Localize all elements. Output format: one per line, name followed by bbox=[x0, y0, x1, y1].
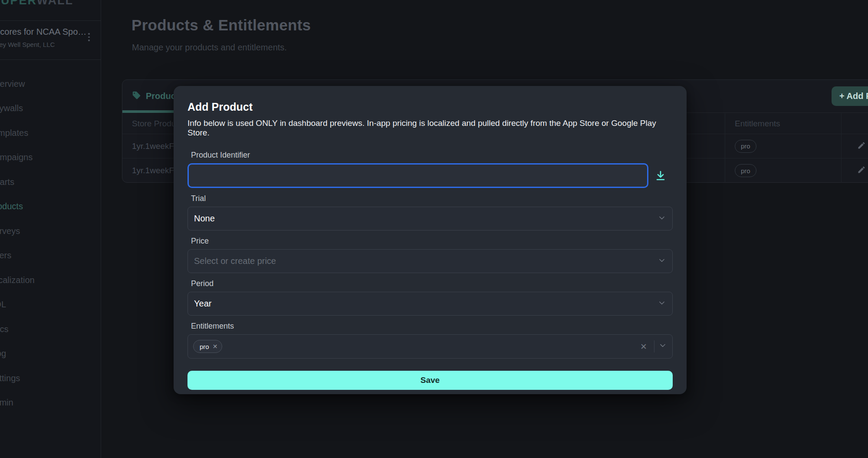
modal-title: Add Product bbox=[187, 101, 673, 113]
price-select-placeholder: Select or create price bbox=[194, 256, 276, 266]
entitlement-chip: pro ✕ bbox=[193, 340, 222, 353]
tag-icon bbox=[132, 91, 141, 102]
trial-select[interactable]: None bbox=[187, 207, 673, 231]
edit-product-icon[interactable] bbox=[857, 165, 866, 176]
workspace-name[interactable]: Scores for NCAA Spo… bbox=[0, 27, 86, 37]
period-select-value: Year bbox=[194, 299, 211, 309]
add-product-button[interactable]: + Add Product bbox=[832, 86, 868, 106]
sidebar-item-surveys[interactable]: Surveys bbox=[0, 219, 35, 244]
sidebar: SUPERWALL Scores for NCAA Spo… Money Wel… bbox=[0, 0, 101, 458]
column-header-actions bbox=[841, 113, 868, 134]
column-header-entitlements: Entitlements bbox=[725, 113, 841, 134]
period-label: Period bbox=[191, 279, 673, 288]
period-select[interactable]: Year bbox=[187, 292, 673, 316]
sidebar-item-localization[interactable]: Localization bbox=[0, 268, 35, 293]
sidebar-item-paywalls[interactable]: Paywalls bbox=[0, 96, 35, 121]
sidebar-nav: Overview Paywalls Templates Campaigns Ch… bbox=[0, 72, 35, 415]
product-identifier-input[interactable] bbox=[187, 163, 648, 188]
entitlement-badge: pro bbox=[735, 164, 756, 177]
remove-chip-icon[interactable]: ✕ bbox=[213, 343, 218, 350]
entitlements-label: Entitlements bbox=[191, 322, 673, 331]
page-subtitle: Manage your products and entitlements. bbox=[132, 43, 287, 53]
sidebar-item-blog[interactable]: Blog bbox=[0, 342, 35, 366]
trial-select-value: None bbox=[194, 214, 215, 224]
chevron-down-icon bbox=[658, 214, 666, 224]
chevron-down-icon bbox=[658, 256, 666, 267]
logo-rest-text: WALL bbox=[37, 0, 73, 7]
trial-label: Trial bbox=[191, 194, 673, 203]
price-group: Price Select or create price bbox=[187, 237, 673, 273]
chevron-down-icon[interactable] bbox=[658, 341, 667, 352]
sidebar-item-charts[interactable]: Charts bbox=[0, 170, 35, 194]
sidebar-divider bbox=[0, 59, 101, 60]
sidebar-item-campaigns[interactable]: Campaigns bbox=[0, 145, 35, 170]
sidebar-item-templates[interactable]: Templates bbox=[0, 121, 35, 145]
entitlement-badge: pro bbox=[735, 140, 756, 153]
entitlement-chip-label: pro bbox=[200, 343, 209, 350]
chevron-down-icon bbox=[658, 299, 666, 309]
divider bbox=[654, 340, 654, 353]
entitlements-group: Entitlements pro ✕ ✕ bbox=[187, 322, 673, 359]
trial-group: Trial None bbox=[187, 194, 673, 231]
add-product-modal: Add Product Info below is used ONLY in d… bbox=[174, 86, 687, 394]
clear-all-icon[interactable]: ✕ bbox=[638, 342, 650, 352]
sidebar-item-admin[interactable]: Admin bbox=[0, 391, 35, 415]
workspace-menu-icon[interactable] bbox=[88, 33, 90, 41]
sidebar-item-docs[interactable]: Docs bbox=[0, 317, 35, 342]
download-icon[interactable] bbox=[648, 170, 673, 182]
superwall-logo: SUPERWALL bbox=[0, 0, 73, 7]
product-identifier-label: Product Identifier bbox=[191, 151, 673, 160]
price-label: Price bbox=[191, 237, 673, 246]
period-group: Period Year bbox=[187, 279, 673, 316]
workspace-company: Money Well Spent, LLC bbox=[0, 41, 55, 48]
sidebar-item-users[interactable]: Users bbox=[0, 244, 35, 268]
sidebar-item-overview[interactable]: Overview bbox=[0, 72, 35, 96]
sidebar-divider bbox=[0, 20, 101, 21]
sidebar-item-settings[interactable]: Settings bbox=[0, 366, 35, 391]
save-button[interactable]: Save bbox=[187, 371, 673, 390]
sidebar-item-sql[interactable]: SQL bbox=[0, 293, 35, 317]
page-title: Products & Entitlements bbox=[132, 16, 311, 34]
logo-accent-text: SUPER bbox=[0, 0, 37, 7]
price-select[interactable]: Select or create price bbox=[187, 249, 673, 273]
edit-product-icon[interactable] bbox=[857, 141, 866, 152]
modal-description: Info below is used ONLY in dashboard pre… bbox=[187, 119, 673, 138]
product-identifier-group: Product Identifier bbox=[187, 151, 673, 188]
sidebar-item-products[interactable]: Products bbox=[0, 194, 35, 219]
entitlements-multiselect[interactable]: pro ✕ ✕ bbox=[187, 334, 673, 359]
